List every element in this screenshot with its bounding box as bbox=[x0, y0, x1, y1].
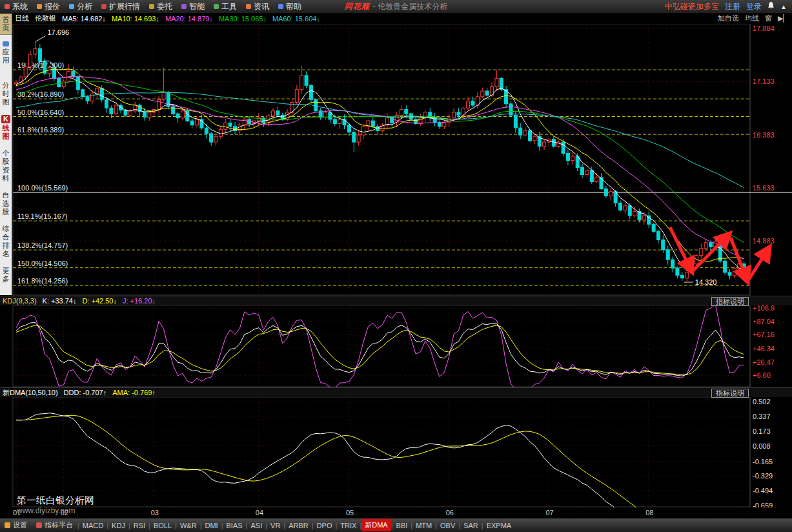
indicator-tab-DPO[interactable]: DPO bbox=[314, 520, 336, 531]
app-logo: 同花顺 bbox=[345, 1, 370, 12]
ma-legend-item: MA30: 15.065↓ bbox=[219, 15, 267, 23]
indicator-tab-ARBR[interactable]: ARBR bbox=[285, 520, 312, 531]
sidebar-item-1[interactable]: 首页 bbox=[0, 14, 12, 35]
indicator-tab-SAR[interactable]: SAR bbox=[460, 520, 482, 531]
ma-line-10 bbox=[16, 69, 744, 261]
fib-level-label: 61.8%(16.389) bbox=[17, 126, 64, 134]
menu-item-label: 工具 bbox=[221, 1, 237, 12]
dma-ddd-value: DDD: -0.707↑ bbox=[64, 389, 107, 396]
tab-tool-1[interactable]: 设置 bbox=[0, 520, 32, 530]
kdj-header: KDJ(9,3,3) K: +33.74↓ D: +42.50↓ J: +16.… bbox=[0, 296, 792, 305]
indicator-tab-DMI[interactable]: DMI bbox=[201, 520, 221, 531]
ma-line-30 bbox=[16, 81, 744, 243]
fib-level-label: 38.2%(16.890) bbox=[17, 90, 64, 98]
menu-item-5[interactable]: 委托 bbox=[145, 1, 177, 12]
indicator-tab-VR[interactable]: VR bbox=[267, 520, 283, 531]
sidebar-item-char: 时 bbox=[0, 90, 12, 98]
menu-item-icon bbox=[101, 4, 107, 9]
period-label[interactable]: 日线 bbox=[15, 14, 29, 23]
menu-item-icon bbox=[69, 4, 74, 9]
window-toggle-button[interactable]: 窗 bbox=[765, 14, 772, 23]
collapse-icon[interactable]: ▲ bbox=[780, 3, 787, 10]
indicator-tab-OBV[interactable]: OBV bbox=[437, 520, 458, 531]
menu-item-1[interactable]: 系统 bbox=[0, 1, 32, 12]
ad-link[interactable]: 中弘碰瓷加多宝 bbox=[665, 1, 719, 12]
price-axis-label: 14.883 bbox=[753, 237, 775, 245]
menu-item-9[interactable]: 帮助 bbox=[274, 1, 306, 12]
menu-item-label: 报价 bbox=[45, 1, 60, 12]
sidebar-item-char: 选 bbox=[0, 200, 12, 208]
watermark: 第一纸白银分析网 www.diyizby.com bbox=[17, 495, 94, 517]
ma-legend-item: MA60: 15.604↓ bbox=[272, 15, 320, 23]
menu-item-6[interactable]: 智能 bbox=[177, 1, 209, 12]
menu-item-4[interactable]: 扩展行情 bbox=[97, 1, 145, 12]
sidebar-item-2[interactable]: 应用 bbox=[0, 39, 12, 66]
sidebar-item-char: 合 bbox=[0, 233, 12, 241]
indicator-tab-BIAS[interactable]: BIAS bbox=[223, 520, 246, 531]
sidebar-item-8[interactable]: 更多 bbox=[0, 265, 12, 285]
sidebar-item-7[interactable]: 综合排名 bbox=[0, 223, 12, 260]
chart-toolbar: 日线 伦敦银 MA5: 14.682↓MA10: 14.693↓MA20: 14… bbox=[12, 13, 792, 24]
ma-legend-item: MA5: 14.682↓ bbox=[62, 15, 106, 23]
sidebar-item-3[interactable]: 分时图 bbox=[0, 79, 12, 108]
menu-item-icon bbox=[278, 4, 283, 9]
menu-item-8[interactable]: 资讯 bbox=[241, 1, 274, 12]
ma-toggle-button[interactable]: 均线 bbox=[745, 14, 759, 23]
indicator-tab-MACD[interactable]: MACD bbox=[79, 520, 107, 531]
main-candlestick-chart[interactable]: 19.1%(17.300)38.2%(16.890)50.0%(16.640)6… bbox=[0, 24, 792, 296]
sidebar-item-char: 自 bbox=[0, 191, 12, 200]
indicator-axis-label: -0.329 bbox=[753, 472, 773, 480]
dma-svg-lines bbox=[16, 413, 744, 507]
kdj-indicator-chart[interactable]: +106.9+87.04+67.16+46.34+26.47+6.60 bbox=[0, 305, 792, 387]
menu-item-label: 系统 bbox=[12, 1, 28, 12]
menu-item-3[interactable]: 分析 bbox=[65, 1, 97, 12]
indicator-axis-label: -0.165 bbox=[753, 458, 773, 466]
tab-tool-icon bbox=[5, 522, 10, 528]
indicator-tab-RSI[interactable]: RSI bbox=[130, 520, 148, 531]
indicator-tab-MTM[interactable]: MTM bbox=[412, 520, 435, 531]
sidebar-item-char: 用 bbox=[0, 56, 12, 65]
indicator-tab-ASI[interactable]: ASI bbox=[247, 520, 265, 531]
indicator-tab-新DMA[interactable]: 新DMA bbox=[361, 519, 391, 531]
kdj-k-value: K: +33.74↓ bbox=[43, 297, 77, 305]
sidebar-item-char: 页 bbox=[0, 24, 12, 32]
tabbar-tabs: MACD|KDJ|RSI|BOLL|W&R|DMI|BIAS|ASI|VR|AR… bbox=[79, 519, 514, 531]
sidebar-item-char: 资 bbox=[0, 166, 12, 174]
tab-tool-label: 设置 bbox=[13, 520, 27, 530]
menu-item-icon bbox=[246, 4, 251, 9]
sidebar-item-char: 首 bbox=[0, 15, 12, 24]
sidebar-item-char: 名 bbox=[0, 250, 12, 258]
menu-item-label: 帮助 bbox=[286, 1, 301, 12]
sidebar-item-6[interactable]: 自选股 bbox=[0, 189, 12, 218]
indicator-tab-TRIX[interactable]: TRIX bbox=[337, 520, 360, 531]
fib-level-label: 138.2%(14.757) bbox=[17, 241, 68, 249]
dma-indicator-chart[interactable]: 0.5020.3370.1730.008-0.165-0.329-0.494-0… bbox=[0, 397, 792, 507]
indicator-tabbar: 设置指标平台 | MACD|KDJ|RSI|BOLL|W&R|DMI|BIAS|… bbox=[0, 518, 792, 532]
indicator-tab-BOLL[interactable]: BOLL bbox=[150, 520, 175, 531]
indicator-tab-BBI[interactable]: BBI bbox=[393, 520, 411, 531]
sidebar-item-4[interactable]: K线图 bbox=[0, 113, 12, 143]
login-link[interactable]: 登录 bbox=[746, 1, 762, 12]
month-label-07: 07 bbox=[545, 509, 553, 517]
register-link[interactable]: 注册 bbox=[725, 1, 740, 12]
indicator-axis-label: 0.008 bbox=[753, 442, 771, 450]
add-watchlist-button[interactable]: 加自选 bbox=[718, 14, 739, 23]
sidebar-item-char: 料 bbox=[0, 174, 12, 183]
menu-item-7[interactable]: 工具 bbox=[209, 1, 241, 12]
fib-level-label: 119.1%(15.167) bbox=[17, 212, 67, 220]
sidebar-item-char: 图 bbox=[0, 132, 12, 141]
indicator-axis-label: +67.16 bbox=[753, 331, 775, 338]
sidebar-item-char: 分 bbox=[0, 81, 12, 90]
pager-icon[interactable]: ▶▏ bbox=[778, 14, 789, 23]
price-axis-label: 16.383 bbox=[753, 131, 775, 139]
sidebar-item-5[interactable]: 个股资料 bbox=[0, 147, 12, 185]
indicator-tab-EXPMA[interactable]: EXPMA bbox=[483, 520, 515, 531]
indicator-tab-KDJ[interactable]: KDJ bbox=[108, 520, 128, 531]
month-label-03: 03 bbox=[151, 509, 159, 517]
menu-item-2[interactable]: 报价 bbox=[32, 1, 65, 12]
tab-tool-2[interactable]: 指标平台 bbox=[32, 520, 77, 530]
indicator-tab-W&R[interactable]: W&R bbox=[177, 520, 200, 531]
bell-icon[interactable] bbox=[767, 2, 775, 12]
kdj-help-button[interactable]: 指标说明 bbox=[711, 297, 749, 306]
dma-help-button[interactable]: 指标说明 bbox=[711, 389, 749, 398]
